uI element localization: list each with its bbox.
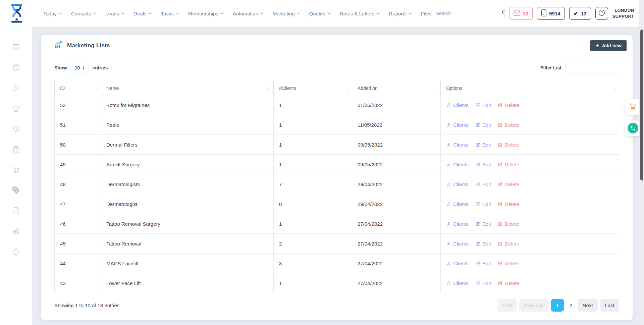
chevron-down-icon [220,12,224,14]
option-label: Edit [482,241,491,247]
filter-input[interactable] [566,62,619,73]
history-icon[interactable] [12,124,20,133]
user-circle-icon[interactable] [12,227,20,235]
person-icon [446,281,451,286]
delete-link[interactable]: Delete [498,142,519,148]
copy-icon[interactable] [12,84,20,92]
shopping-bag-icon[interactable] [12,104,20,113]
delete-pencil-icon [498,162,503,167]
clients-link[interactable]: Clients [446,201,469,207]
cell-clients: 1 [274,273,352,293]
nav-item-automation[interactable]: Automation [233,11,264,16]
delete-link[interactable]: Delete [498,122,519,128]
person-icon [446,142,451,147]
clients-link[interactable]: Clients [446,142,469,148]
edit-link[interactable]: Edit [475,102,491,108]
nav-item-quotes[interactable]: Quotes [309,11,331,16]
clients-link[interactable]: Clients [446,181,469,187]
edit-link[interactable]: Edit [475,221,491,227]
scrollbar-thumb[interactable] [640,30,643,180]
tasks-badge[interactable]: ✔ 13 [569,7,591,20]
delete-link[interactable]: Delete [498,241,519,247]
clients-link[interactable]: Clients [446,102,469,108]
add-new-button[interactable]: + Add new [590,40,627,51]
column-header-added-on[interactable]: Added on↑↓ [352,81,440,95]
delete-link[interactable]: Delete [498,280,519,286]
nav-item-reports[interactable]: Reports [389,11,412,16]
smartphone-icon [541,9,546,17]
lock-icon[interactable] [12,247,20,256]
delete-link[interactable]: Delete [498,102,519,108]
calendar-icon[interactable]: 12 [12,43,20,51]
edit-link[interactable]: Edit [475,142,491,148]
nav-item-marketing[interactable]: Marketing [273,11,300,16]
nav-item-leads[interactable]: Leads [105,11,124,16]
page-length-select[interactable]: 10 ▲▼ [70,62,89,73]
help-button[interactable]: ? [595,7,608,20]
scrollbar-track[interactable] [639,0,644,325]
cell-added: 27/04/2022 [352,234,440,254]
edit-link[interactable]: Edit [475,261,491,266]
person-icon [446,221,451,226]
edit-link[interactable]: Edit [475,201,491,207]
nav-item-memberships[interactable]: Memberships [188,11,224,16]
svg-text:?: ? [601,11,603,15]
pagination-next[interactable]: Next [578,299,598,312]
search-input[interactable] [432,7,501,20]
edit-link[interactable]: Edit [475,162,491,167]
column-header-id[interactable]: ID↑↓ [55,81,101,95]
messages-badge[interactable]: 13 [509,7,533,20]
topbar-right: 13 5914 ✔ 13 ? LONDON [432,6,644,21]
delete-link[interactable]: Delete [498,261,519,266]
pagination-1[interactable]: 1 [551,299,564,312]
edit-link[interactable]: Edit [475,241,491,247]
entries-summary: Showing 1 to 10 of 18 entries [54,303,119,308]
package-icon[interactable] [12,63,20,72]
delete-link[interactable]: Delete [498,181,519,187]
cell-name: Dermatologist [101,194,274,214]
calls-badge[interactable]: 5914 [537,7,565,20]
option-label: Clients [453,241,469,247]
clients-link[interactable]: Clients [446,122,469,128]
nav-item-tasks[interactable]: Tasks [161,11,179,16]
search-button[interactable] [501,7,505,20]
nav-item-notes-letters[interactable]: Notes & Letters [340,11,380,16]
floating-phone-button[interactable] [625,120,641,136]
app-logo-hourglass-icon[interactable] [9,4,25,23]
nav-item-deals[interactable]: Deals [133,11,152,16]
column-header-name[interactable]: Name↑↓ [101,81,274,95]
delete-link[interactable]: Delete [498,162,519,167]
clients-link[interactable]: Clients [446,221,469,227]
column-header-clients[interactable]: #Clients↑↓ [274,81,352,95]
cell-clients: 1 [274,214,352,234]
clients-link[interactable]: Clients [446,162,469,167]
edit-link[interactable]: Edit [475,280,491,286]
option-label: Edit [482,280,491,286]
cell-added: 09/05/2022 [352,155,440,174]
report-icon[interactable] [12,206,20,215]
clients-link[interactable]: Clients [446,241,469,247]
cell-name: Tattoo Removal Surgery [101,214,274,234]
nav-item-files[interactable]: Files [421,11,432,16]
add-new-label: Add new [602,43,622,48]
nav-item-label: Files [421,11,432,16]
nav-item-today[interactable]: Today [43,11,62,16]
edit-link[interactable]: Edit [475,122,491,128]
floating-cart-button[interactable] [625,99,641,115]
delete-link[interactable]: Delete [498,201,519,207]
gift-icon[interactable] [12,145,20,154]
clients-link[interactable]: Clients [446,261,469,266]
cell-clients: 3 [274,254,352,273]
clients-link[interactable]: Clients [446,280,469,286]
edit-pencil-icon [475,162,480,167]
nav-item-contacts[interactable]: Contacts [71,11,96,16]
column-header-options[interactable]: Options↑↓ [441,81,619,95]
price-tag-icon[interactable]: $ [12,186,20,195]
cart-icon[interactable] [12,165,20,174]
table-footer: Showing 1 to 10 of 18 entries FirstPrevi… [54,299,619,312]
chevron-down-icon [176,12,179,14]
pagination-last[interactable]: Last [600,299,619,312]
delete-link[interactable]: Delete [498,221,519,227]
edit-link[interactable]: Edit [475,181,491,187]
pagination-2[interactable]: 2 [567,299,575,312]
